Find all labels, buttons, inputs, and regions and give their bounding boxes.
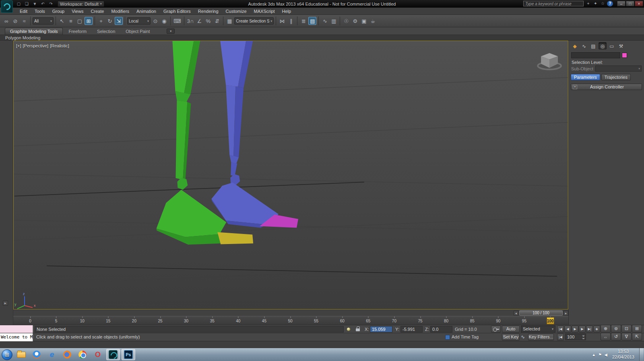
menu-create[interactable]: Create bbox=[87, 8, 107, 14]
frame-spinner[interactable]: ▲▼ bbox=[582, 334, 585, 340]
perspective-viewport[interactable]: z y x [+][Perspective][Realistic] bbox=[13, 41, 568, 310]
menu-views[interactable]: Views bbox=[68, 8, 87, 14]
taskbar-chrome[interactable] bbox=[76, 349, 89, 360]
taskbar-photoshop[interactable]: Ps bbox=[122, 349, 135, 360]
render-setup-icon[interactable]: ⚙ bbox=[351, 17, 359, 25]
menu-edit[interactable]: Edit bbox=[16, 8, 31, 14]
show-desktop-button[interactable] bbox=[639, 348, 643, 361]
curve-editor-icon[interactable]: ∿ bbox=[321, 17, 329, 25]
viewport-pov-menu[interactable]: [Perspective] bbox=[23, 43, 49, 48]
zoom-all-icon[interactable]: ⊚ bbox=[611, 325, 621, 332]
selection-filter-dropdown[interactable]: All▾ bbox=[33, 17, 54, 25]
material-editor-icon[interactable]: ☉ bbox=[342, 17, 350, 25]
ribbon-minimize-button[interactable]: ▾ bbox=[167, 29, 175, 34]
rollout-expand-icon[interactable]: + bbox=[573, 85, 577, 89]
time-slider-track[interactable]: ◂ 100 / 100 ▸ bbox=[13, 310, 568, 316]
set-keys-key-icon[interactable] bbox=[491, 326, 501, 332]
angle-snap-icon[interactable]: ∠ bbox=[195, 17, 203, 25]
ribbon-tab-graphite-modeling-tools[interactable]: Graphite Modeling Tools bbox=[5, 28, 63, 35]
select-and-manipulate-icon[interactable]: ◉ bbox=[160, 17, 168, 25]
prompt-assist-bulb-icon[interactable] bbox=[347, 327, 351, 331]
select-and-scale-icon[interactable]: ⇲ bbox=[115, 17, 123, 25]
save-file-icon[interactable]: ▼ bbox=[31, 1, 38, 7]
taskbar-3ds-max[interactable] bbox=[106, 349, 120, 360]
key-mode-toggle-button[interactable]: ◈ bbox=[593, 326, 600, 332]
pan-view-icon[interactable]: ⇔ bbox=[601, 333, 611, 340]
undo-icon[interactable]: ↶ bbox=[39, 1, 46, 7]
menu-animation[interactable]: Animation bbox=[133, 8, 160, 14]
field-of-view-icon[interactable]: ∇ bbox=[621, 333, 632, 340]
current-frame-field[interactable]: 100 ▲▼ bbox=[565, 334, 586, 340]
maximize-button[interactable]: □ bbox=[626, 1, 634, 6]
taskbar-explorer[interactable] bbox=[14, 349, 28, 360]
trajectories-button[interactable]: Trajectories bbox=[601, 74, 631, 80]
tray-action-center-icon[interactable]: ⚑ bbox=[598, 353, 602, 357]
taskbar-internet-explorer[interactable]: e bbox=[45, 349, 59, 360]
workspace-dropdown[interactable]: Workspace: Default ▾ bbox=[58, 1, 104, 7]
menu-modifiers[interactable]: Modifiers bbox=[107, 8, 133, 14]
ribbon-tab-object-paint[interactable]: Object Paint bbox=[121, 28, 155, 35]
set-key-button[interactable]: Set Key bbox=[502, 334, 520, 340]
orbit-icon[interactable]: ↺ bbox=[611, 333, 621, 340]
dope-sheet-icon[interactable]: ▥ bbox=[330, 17, 338, 25]
mirror-icon[interactable]: ⋈ bbox=[278, 17, 286, 25]
next-frame-arrow[interactable]: ▸ bbox=[564, 311, 568, 316]
maximize-viewport-toggle-icon[interactable]: ⇱ bbox=[632, 333, 642, 340]
hierarchy-tab[interactable]: ▤ bbox=[589, 42, 597, 49]
align-icon[interactable]: ∥ bbox=[287, 17, 295, 25]
infocenter-search-input[interactable]: Type a keyword or phrase bbox=[523, 1, 584, 6]
zoom-region-icon[interactable]: ⊞ bbox=[632, 325, 642, 332]
favorites-icon[interactable]: ☆ bbox=[600, 1, 606, 6]
spinner-down-icon[interactable]: ▼ bbox=[582, 337, 585, 340]
start-button[interactable]: ⊞ bbox=[2, 349, 12, 360]
auto-key-button[interactable]: Auto Key bbox=[502, 326, 520, 332]
taskbar-media-player[interactable] bbox=[30, 349, 43, 360]
default-tangent-icon[interactable]: ∿ bbox=[521, 334, 525, 340]
previous-frame-button[interactable]: ◀ bbox=[564, 326, 571, 332]
assign-controller-rollout[interactable]: + Assign Controller bbox=[571, 84, 642, 90]
snap-toggle-3d-icon[interactable]: 3∩ bbox=[186, 17, 195, 25]
z-coordinate-field[interactable]: 0.0 bbox=[430, 326, 452, 332]
maxscript-mini-listener[interactable]: Welcome to M bbox=[0, 333, 33, 341]
go-to-start-button[interactable]: |◀ bbox=[557, 326, 564, 332]
expand-arrow-icon[interactable]: ▸ bbox=[3, 301, 8, 306]
menu-help[interactable]: Help bbox=[279, 8, 295, 14]
taskbar-firefox[interactable] bbox=[60, 349, 74, 360]
object-name-field[interactable] bbox=[571, 52, 620, 58]
open-file-icon[interactable]: ❏ bbox=[23, 1, 30, 7]
bind-to-space-warp-icon[interactable]: ≈ bbox=[20, 17, 28, 25]
time-slider-handle[interactable]: 100 / 100 bbox=[519, 310, 563, 316]
menu-group[interactable]: Group bbox=[49, 8, 68, 14]
x-coordinate-field[interactable]: 15.059 bbox=[370, 326, 392, 332]
spinner-up-icon[interactable]: ▲ bbox=[582, 334, 585, 337]
select-by-name-icon[interactable]: ≡ bbox=[67, 17, 75, 25]
viewport-general-menu[interactable]: [+] bbox=[16, 43, 21, 48]
go-to-end-button[interactable]: ▶| bbox=[586, 326, 593, 332]
use-pivot-center-icon[interactable]: ⊙ bbox=[151, 17, 159, 25]
selection-region-icon[interactable]: ▢ bbox=[76, 17, 84, 25]
select-and-rotate-icon[interactable]: ↻ bbox=[106, 17, 114, 25]
keyboard-shortcut-override-icon[interactable]: ⌨ bbox=[173, 17, 182, 25]
menu-maxscript[interactable]: MAXScript bbox=[250, 8, 279, 14]
graphite-ribbon-toggle-icon[interactable]: ▤ bbox=[308, 17, 316, 25]
reference-coordinate-dropdown[interactable]: Local▾ bbox=[127, 17, 151, 25]
redo-icon[interactable]: ↷ bbox=[47, 1, 54, 7]
help-icon[interactable]: ? bbox=[607, 1, 613, 6]
zoom-icon[interactable]: ⊕ bbox=[601, 325, 611, 332]
object-color-swatch[interactable] bbox=[622, 53, 627, 58]
track-bar[interactable]: 0510152025303540455055606570758085909510… bbox=[13, 316, 568, 325]
motion-tab[interactable]: ◎ bbox=[599, 42, 607, 49]
menu-rendering[interactable]: Rendering bbox=[194, 8, 222, 14]
taskbar-clock[interactable]: 13:53 22/04/2013 bbox=[612, 349, 634, 360]
named-selection-set-dropdown[interactable]: Create Selection Se▾ bbox=[234, 17, 274, 25]
zoom-extents-icon[interactable]: ⊡ bbox=[621, 325, 632, 332]
layer-manager-icon[interactable]: ≣ bbox=[299, 17, 308, 25]
close-button[interactable]: × bbox=[635, 1, 643, 6]
parameters-button[interactable]: Parameters bbox=[571, 74, 600, 80]
play-animation-button[interactable]: ▶ bbox=[572, 326, 578, 332]
select-and-move-icon[interactable]: + bbox=[97, 17, 105, 25]
tray-volume-icon[interactable]: ◀ bbox=[604, 353, 607, 357]
search-go-icon[interactable]: ⌖ bbox=[585, 1, 591, 6]
polygon-modeling-panel-label[interactable]: Polygon Modeling bbox=[5, 35, 40, 40]
create-tab[interactable]: ◆ bbox=[571, 42, 579, 49]
